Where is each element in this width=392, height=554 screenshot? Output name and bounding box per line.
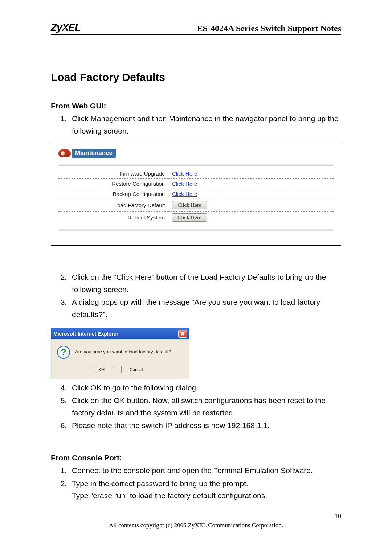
web-gui-heading: From Web GUI: — [51, 102, 341, 110]
web-gui-steps-3: Click OK to go to the following dialog. … — [51, 382, 341, 432]
dialog-titlebar: Microsoft Internet Explorer ✖ — [51, 328, 189, 339]
header-title: ES-4024A Series Switch Support Notes — [197, 24, 341, 33]
step-text: Click OK to go to the following dialog. — [69, 382, 341, 394]
question-icon: ? — [57, 346, 69, 358]
table-row: Firmware Upgrade Click Here — [58, 169, 334, 179]
maintenance-table: Firmware Upgrade Click Here Restore Conf… — [58, 169, 334, 223]
cancel-button[interactable]: Cancel — [121, 366, 151, 373]
reboot-system-button[interactable]: Click Here — [172, 213, 207, 222]
row-label: Restore Configuration — [58, 179, 168, 189]
copyright: All contents copyright (c) 2006 ZyXEL Co… — [51, 522, 341, 529]
divider — [58, 164, 334, 166]
row-label: Firmware Upgrade — [58, 169, 168, 179]
step-text: Click Management and then Maintenance in… — [69, 112, 341, 137]
close-button[interactable]: ✖ — [178, 330, 187, 338]
step-text: Please note that the switch IP address i… — [69, 419, 341, 432]
step-text: Click on the “Click Here” button of the … — [69, 271, 341, 295]
maintenance-screenshot: Maintenance Firmware Upgrade Click Here … — [51, 144, 341, 246]
confirm-dialog: Microsoft Internet Explorer ✖ ? Are you … — [51, 328, 189, 379]
logo: ZyXEL — [51, 22, 81, 33]
dialog-message: Are you sure you want to load factory de… — [75, 349, 171, 354]
firmware-upgrade-link[interactable]: Click Here — [172, 171, 197, 177]
page-number: 10 — [51, 513, 341, 520]
web-gui-steps-2: Click on the “Click Here” button of the … — [51, 271, 341, 320]
dialog-title: Microsoft Internet Explorer — [53, 331, 118, 337]
step-text: A dialog pops up with the message “Are y… — [69, 296, 341, 320]
maintenance-banner: Maintenance — [58, 149, 334, 158]
page-header: ZyXEL ES-4024A Series Switch Support Not… — [51, 22, 341, 35]
step-text: Connect to the console port and open the… — [69, 464, 341, 477]
web-gui-steps-1: Click Management and then Maintenance in… — [51, 112, 341, 137]
table-row: Load Factory Default Click Here — [58, 199, 334, 212]
step-text-line: Type in the correct password to bring up… — [72, 479, 248, 488]
step-text-line: Type “erase run” to load the factory def… — [72, 491, 267, 500]
ok-button[interactable]: OK — [89, 366, 116, 373]
divider — [58, 229, 334, 231]
section-title: Load Factory Defaults — [51, 71, 341, 83]
table-row: Backup Configuration Click Here — [58, 189, 334, 199]
row-label: Reboot System — [58, 212, 168, 224]
load-factory-default-button[interactable]: Click Here — [172, 201, 207, 209]
restore-config-link[interactable]: Click Here — [172, 181, 197, 187]
backup-config-link[interactable]: Click Here — [172, 191, 197, 197]
maintenance-banner-label: Maintenance — [72, 149, 116, 158]
step-text: Type in the correct password to bring up… — [69, 477, 341, 502]
table-row: Reboot System Click Here — [58, 212, 334, 224]
step-text: Click on the OK button. Now, all switch … — [69, 394, 341, 419]
console-heading: From Console Port: — [51, 454, 341, 462]
row-label: Backup Configuration — [58, 189, 168, 199]
console-steps: Connect to the console port and open the… — [51, 464, 341, 502]
row-label: Load Factory Default — [58, 199, 168, 212]
table-row: Restore Configuration Click Here — [58, 179, 334, 189]
maintenance-icon — [58, 149, 71, 157]
